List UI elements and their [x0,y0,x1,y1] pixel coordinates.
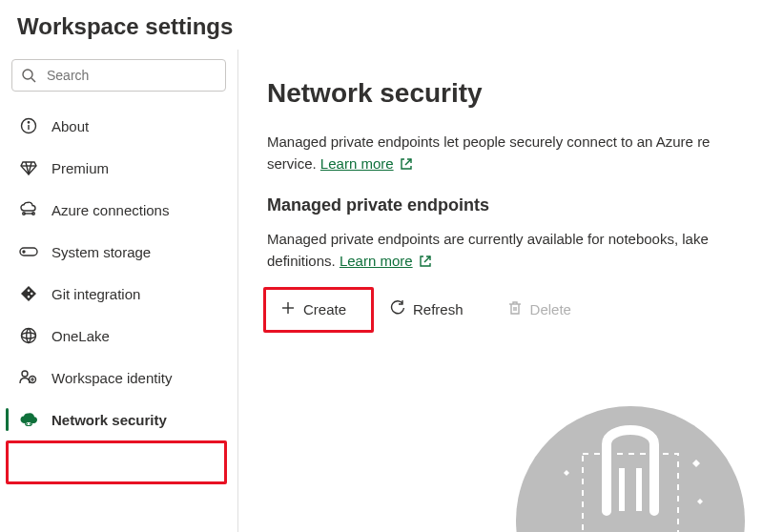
svg-point-14 [26,422,32,426]
sidebar-item-workspace-identity[interactable]: Workspace identity [0,357,237,399]
onelake-icon [19,326,38,345]
svg-point-10 [22,329,36,343]
sidebar-item-git-integration[interactable]: Git integration [0,273,237,315]
cloud-lock-icon [19,410,38,429]
intro-line2: service. [267,155,320,172]
plus-icon [280,300,296,318]
toolbar: Create Refresh Delete [267,293,783,326]
learn-more-text: Learn more [340,251,413,273]
empty-state-illustration [506,397,754,532]
svg-point-12 [22,371,28,377]
sidebar-item-label: Network security [52,412,167,428]
sidebar-item-onelake[interactable]: OneLake [0,315,237,357]
delete-button: Delete [494,293,585,326]
learn-more-text: Learn more [320,153,394,175]
search-input[interactable] [11,59,226,92]
sidebar-item-label: Premium [52,160,109,176]
svg-point-21 [516,406,745,532]
delete-label: Delete [530,301,571,317]
git-icon [19,284,38,303]
svg-point-16 [30,423,31,424]
svg-point-15 [27,423,28,424]
intro-text: Managed private endpoints let people sec… [267,132,783,174]
external-link-icon [419,255,432,268]
sidebar-item-label: OneLake [52,328,110,344]
sidebar-item-about[interactable]: About [0,105,237,147]
trash-icon [507,300,523,318]
sidebar-item-label: Git integration [52,286,140,302]
sidebar-item-label: Workspace identity [52,370,172,386]
main-heading: Network security [267,78,783,109]
svg-rect-23 [619,468,625,511]
search-field-wrap [11,59,226,92]
sidebar-item-network-security[interactable]: Network security [0,399,237,440]
section-heading: Managed private endpoints [267,195,783,215]
sidebar-nav: About Premium Azure connections System s… [0,105,237,440]
sidebar-item-label: System storage [52,244,151,260]
page-title: Workspace settings [0,0,783,50]
desc-line2: definitions. [267,253,340,269]
learn-more-link-1[interactable]: Learn more [320,153,413,175]
svg-point-11 [22,333,36,338]
svg-rect-24 [636,468,642,511]
sidebar-item-azure-connections[interactable]: Azure connections [0,189,237,231]
diamond-icon [19,158,38,177]
sidebar: About Premium Azure connections System s… [0,50,238,532]
refresh-button[interactable]: Refresh [377,293,477,326]
search-icon [21,68,36,83]
svg-point-4 [28,122,29,123]
create-label: Create [303,301,346,317]
refresh-icon [390,300,405,318]
svg-line-1 [31,78,35,82]
section-desc: Managed private endpoints are currently … [267,229,783,272]
sidebar-item-premium[interactable]: Premium [0,147,237,189]
svg-point-0 [23,70,32,79]
svg-point-9 [23,251,25,253]
learn-more-link-2[interactable]: Learn more [340,251,432,273]
refresh-label: Refresh [413,301,464,317]
info-icon [19,116,38,135]
intro-line1: Managed private endpoints let people sec… [267,133,710,150]
main-content: Network security Managed private endpoin… [238,50,783,532]
sidebar-item-system-storage[interactable]: System storage [0,231,237,273]
external-link-icon [400,157,413,171]
sidebar-item-label: Azure connections [52,202,169,218]
desc-line1: Managed private endpoints are currently … [267,231,709,247]
storage-icon [19,242,38,261]
create-button[interactable]: Create [267,293,360,326]
identity-icon [19,368,38,387]
sidebar-item-label: About [52,118,89,134]
cloud-connection-icon [19,200,38,219]
